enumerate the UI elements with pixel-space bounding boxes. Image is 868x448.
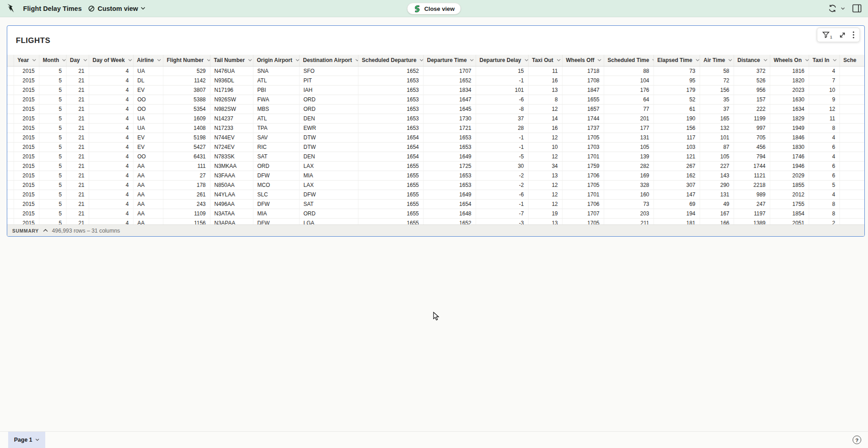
cell-departure-time: 1721 (423, 123, 476, 133)
column-label: Wheels Off (566, 57, 595, 63)
column-menu-chevron-icon[interactable] (32, 59, 36, 62)
cell-destination-airport: LAX (299, 161, 358, 171)
cell-scheduled-departure: 1653 (358, 123, 423, 133)
cell-elapsed-time: 61 (653, 104, 700, 114)
cell-scheduled-time: 64 (604, 95, 653, 104)
column-menu-chevron-icon[interactable] (62, 59, 66, 62)
cell-scheduled-time: 282 (604, 161, 653, 171)
column-menu-chevron-icon[interactable] (296, 59, 299, 62)
cell-elapsed-time: 156 (653, 123, 700, 133)
column-header-year[interactable]: Year (14, 55, 39, 66)
cell-scheduled-departure: 1653 (358, 114, 423, 123)
row-gutter-cell (7, 171, 14, 180)
cell-sche (839, 171, 864, 180)
cell-flight-number: 261 (163, 190, 210, 199)
column-header-taxi-out[interactable]: Taxi Out (528, 55, 562, 66)
column-header-day[interactable]: Day (66, 55, 89, 66)
cell-month: 5 (39, 66, 66, 76)
cell-sche (839, 180, 864, 190)
cell-air-time: 165 (700, 114, 734, 123)
expand-button[interactable] (839, 32, 846, 38)
cell-scheduled-time: 88 (604, 66, 653, 76)
cell-origin-airport: ATL (253, 114, 299, 123)
cell-sche (839, 85, 864, 95)
column-header-destination-airport[interactable]: Destination Airport (299, 55, 358, 66)
flights-table-card[interactable]: FLIGHTS 1 (7, 25, 865, 237)
column-header-day-of-week[interactable]: Day of Week (89, 55, 133, 66)
column-menu-chevron-icon[interactable] (597, 59, 601, 62)
column-menu-chevron-icon[interactable] (157, 59, 161, 62)
cell-destination-airport: PIT (299, 76, 358, 85)
column-menu-chevron-icon[interactable] (696, 59, 700, 62)
cell-scheduled-departure: 1654 (358, 142, 423, 152)
close-view-button[interactable]: Close view (407, 3, 461, 14)
column-menu-chevron-icon[interactable] (763, 59, 768, 62)
column-header-month[interactable]: Month (39, 55, 66, 66)
chevron-up-icon[interactable] (43, 229, 48, 232)
column-header-elapsed-time[interactable]: Elapsed Time (653, 55, 700, 66)
cell-scheduled-time: 169 (604, 171, 653, 180)
column-header-wheels-off[interactable]: Wheels Off (562, 55, 604, 66)
column-menu-chevron-icon[interactable] (128, 59, 132, 62)
cell-wheels-off: 1706 (562, 171, 604, 180)
toggle-side-panel-icon[interactable] (852, 4, 862, 13)
help-button[interactable]: ? (853, 436, 861, 444)
column-header-air-time[interactable]: Air Time (700, 55, 734, 66)
column-menu-chevron-icon[interactable] (805, 59, 809, 62)
cell-day-of-week: 4 (89, 95, 133, 104)
column-header-origin-airport[interactable]: Origin Airport (253, 55, 299, 66)
column-header-flight-number[interactable]: Flight Number (163, 55, 210, 66)
column-header-scheduled-departure[interactable]: Scheduled Departure (358, 55, 423, 66)
custom-view-selector[interactable]: Custom view (88, 5, 145, 12)
cell-origin-airport: SLC (253, 190, 299, 199)
column-menu-chevron-icon[interactable] (557, 59, 561, 62)
column-menu-chevron-icon[interactable] (470, 59, 474, 62)
column-label: Distance (738, 57, 760, 63)
cell-taxi-in: 7 (809, 76, 839, 85)
cell-airline: OO (133, 95, 163, 104)
cell-wheels-off: 1706 (562, 199, 604, 209)
filter-button[interactable]: 1 (822, 31, 832, 38)
column-header-scheduled-time[interactable]: Scheduled Time (604, 55, 653, 66)
column-menu-chevron-icon[interactable] (420, 59, 423, 62)
table-row: 20155214AA178N850AAMCOLAX16551653-212170… (7, 180, 864, 190)
table-row: 20155214UA1408N17233TPAEWR16531721281617… (7, 123, 864, 133)
column-header-departure-delay[interactable]: Departure Delay (476, 55, 528, 66)
column-menu-chevron-icon[interactable] (207, 59, 210, 62)
more-options-button[interactable] (853, 31, 854, 38)
table-header-row: YearMonthDayDay of WeekAirlineFlight Num… (7, 55, 864, 66)
cell-flight-number: 243 (163, 199, 210, 209)
column-header-departure-time[interactable]: Departure Time (423, 55, 476, 66)
refresh-icon[interactable] (828, 4, 837, 13)
column-header-taxi-in[interactable]: Taxi In (809, 55, 839, 66)
refresh-options-chevron-icon[interactable] (841, 7, 845, 10)
column-menu-chevron-icon[interactable] (355, 59, 358, 62)
column-menu-chevron-icon[interactable] (833, 59, 837, 62)
column-label: Day of Week (93, 57, 125, 63)
column-menu-chevron-icon[interactable] (525, 59, 528, 62)
table-row: 20155214AA27N3FAAADFWMIA16551653-2131706… (7, 171, 864, 180)
column-menu-chevron-icon[interactable] (728, 59, 732, 62)
data-table-viewport[interactable]: YearMonthDayDay of WeekAirlineFlight Num… (7, 55, 864, 224)
cell-wheels-on: 1630 (770, 95, 809, 104)
column-header-distance[interactable]: Distance (734, 55, 770, 66)
cell-destination-airport: ORD (299, 104, 358, 114)
hummingbird-logo-icon[interactable] (6, 3, 17, 14)
cell-air-time: 87 (700, 142, 734, 152)
cell-tail-number: N3APAA (210, 218, 253, 224)
cell-distance: 989 (734, 190, 770, 199)
cell-month: 5 (39, 190, 66, 199)
column-menu-chevron-icon[interactable] (248, 59, 252, 62)
column-header-wheels-on[interactable]: Wheels On (770, 55, 809, 66)
cell-tail-number: N17233 (210, 123, 253, 133)
column-menu-chevron-icon[interactable] (83, 59, 87, 62)
summary-bar[interactable]: SUMMARY 496,993 rows – 31 columns (7, 224, 864, 236)
column-header-tail-number[interactable]: Tail Number (210, 55, 253, 66)
column-label: Sche (844, 57, 857, 63)
column-header-sche[interactable]: Sche (839, 55, 864, 66)
table-row: 20155214UA1609N14237ATLDEN16531730371417… (7, 114, 864, 123)
column-header-airline[interactable]: Airline (133, 55, 163, 66)
cell-scheduled-time: 176 (604, 85, 653, 95)
page-tab[interactable]: Page 1 (8, 432, 45, 448)
cell-tail-number: N936DL (210, 76, 253, 85)
